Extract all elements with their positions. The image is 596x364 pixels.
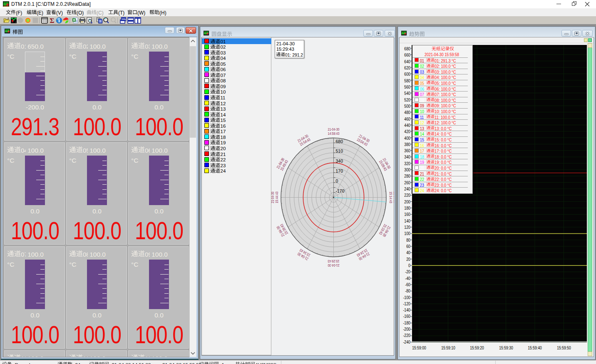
svg-text:0: 0 (336, 178, 338, 183)
svg-text:170: 170 (336, 168, 343, 173)
svg-text:15:44:43: 15:44:43 (274, 192, 279, 203)
svg-text:Σ: Σ (50, 17, 54, 24)
svg-text:340: 340 (336, 158, 343, 163)
svg-text:-170: -170 (336, 188, 345, 193)
svg-text:15:29:43: 15:29:43 (328, 259, 340, 264)
svg-text:510: 510 (336, 149, 343, 154)
svg-text:14:59:43: 14:59:43 (328, 131, 340, 136)
svg-text:15:14:43: 15:14:43 (389, 192, 393, 203)
svg-text:680: 680 (336, 139, 343, 144)
